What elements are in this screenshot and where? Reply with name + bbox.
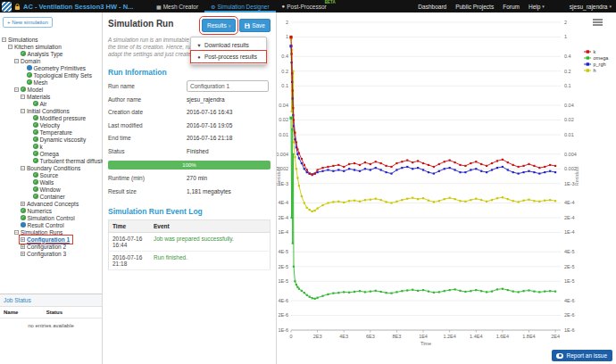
info-label: Status bbox=[108, 148, 187, 154]
tree-item-boundary-conditions[interactable]: −Boundary Conditions bbox=[0, 164, 102, 171]
tree-item-walls[interactable]: ✓Walls bbox=[0, 178, 102, 186]
legend-item-k[interactable]: k bbox=[584, 49, 596, 54]
lock-icon bbox=[14, 3, 21, 11]
tree-item-configuration-1[interactable]: +Configuration 1 bbox=[0, 236, 102, 243]
svg-text:2E4: 2E4 bbox=[551, 334, 560, 339]
nav-sjesu-rajendra[interactable]: sjesu_rajendra▾ bbox=[570, 4, 612, 10]
expander-icon[interactable]: − bbox=[21, 166, 25, 170]
legend-item-h[interactable]: h bbox=[584, 68, 596, 73]
tree-item-air[interactable]: ✓Air bbox=[0, 100, 102, 107]
app-logo-icon[interactable] bbox=[2, 2, 12, 12]
tree-item-modified-pressure[interactable]: ✓Modified pressure bbox=[0, 114, 102, 121]
tree-item-label: Air bbox=[40, 101, 47, 107]
tree-item-label: Simulation Runs bbox=[21, 229, 62, 236]
results-button[interactable]: Results ▾ bbox=[202, 19, 236, 32]
tree-item-velocity[interactable]: ✓Velocity bbox=[0, 121, 102, 128]
expander-icon[interactable]: − bbox=[2, 37, 6, 42]
tree-item-source[interactable]: ✓Source bbox=[0, 171, 102, 178]
report-issue-button[interactable]: Report an issue bbox=[552, 350, 612, 361]
chart-menu-icon[interactable] bbox=[593, 19, 603, 27]
new-simulation-button[interactable]: + New simulation bbox=[3, 17, 53, 28]
expander-icon[interactable]: − bbox=[14, 230, 19, 235]
tab-simulation-designer[interactable]: ⚙Simulation Designer bbox=[204, 0, 276, 12]
tree-item-dynamic-viscosity[interactable]: ✓Dynamic viscosity bbox=[0, 136, 102, 143]
expander-icon[interactable]: + bbox=[21, 244, 25, 249]
circle-icon: ● bbox=[196, 54, 202, 60]
nav-label: Public Projects bbox=[455, 4, 494, 10]
expander-icon[interactable]: − bbox=[8, 45, 12, 49]
tab-mesh-creator[interactable]: ▦Mesh Creator bbox=[150, 0, 204, 12]
job-status-col-status: Status bbox=[46, 310, 62, 315]
project-title[interactable]: AC - Ventilation Session3 HW - N... bbox=[23, 3, 133, 11]
caret-down-icon: ▾ bbox=[229, 23, 231, 29]
tree-item-simulations[interactable]: −Simulations bbox=[0, 36, 102, 43]
tree-item-domain[interactable]: −Domain bbox=[0, 57, 102, 64]
tree-item-temperature[interactable]: ✓Temperature bbox=[0, 128, 102, 136]
tree-item-omega[interactable]: ✓Omega bbox=[0, 150, 102, 157]
info-value: 270 min bbox=[187, 175, 207, 181]
tree-item-initial-conditions[interactable]: −Initial Conditions bbox=[0, 107, 102, 114]
expander-icon[interactable]: + bbox=[21, 237, 25, 242]
tree-item-model[interactable]: −✓Model bbox=[0, 86, 102, 93]
check-icon: ✓ bbox=[33, 151, 38, 156]
caret-down-icon: ▾ bbox=[542, 4, 545, 9]
svg-text:k: k bbox=[594, 49, 596, 54]
tree-item-label: Turbulent thermal diffusivity bbox=[40, 158, 111, 164]
svg-text:6E3: 6E3 bbox=[366, 334, 375, 339]
tab-post-processor[interactable]: ●Post-ProcessorBETA bbox=[276, 0, 333, 12]
tree-item-turbulent-thermal-diffusivity[interactable]: ✓Turbulent thermal diffusivity bbox=[0, 157, 102, 164]
nav-dashboard[interactable]: Dashboard bbox=[418, 4, 446, 10]
tree-item-mesh[interactable]: ✓Mesh bbox=[0, 79, 102, 86]
tree-item-label: Velocity bbox=[40, 122, 60, 128]
svg-text:1: 1 bbox=[286, 34, 288, 39]
svg-text:4E-4: 4E-4 bbox=[564, 200, 575, 205]
tree-item-simulation-control[interactable]: ✓Simulation Control bbox=[0, 214, 102, 221]
tree-item-analysis-type[interactable]: ✓Analysis Type bbox=[0, 50, 102, 57]
tree-item-window[interactable]: ✓Window bbox=[0, 186, 102, 193]
tree-item-k[interactable]: ✓k bbox=[0, 143, 102, 150]
nav-forum[interactable]: Forum bbox=[503, 4, 520, 10]
event-log-col-event: Event bbox=[150, 219, 271, 232]
tree-item-geometry-primitives[interactable]: Geometry Primitives bbox=[0, 64, 102, 71]
expander-icon[interactable]: − bbox=[14, 87, 19, 92]
nav-public-projects[interactable]: Public Projects bbox=[455, 4, 494, 10]
tree-item-topological-entity-sets[interactable]: ✓Topological Entity Sets bbox=[0, 71, 102, 79]
tree-item-configuration-3[interactable]: +Configuration 3 bbox=[0, 250, 102, 257]
check-icon: ✓ bbox=[33, 186, 38, 192]
legend-item-p_rgh[interactable]: p_rgh bbox=[584, 62, 606, 67]
residuals-chart: 22110.40.40.20.20.10.10.040.040.020.020.… bbox=[277, 12, 616, 364]
expander-icon[interactable]: + bbox=[21, 202, 25, 206]
svg-text:1.6E4: 1.6E4 bbox=[496, 334, 509, 339]
svg-text:1E-6: 1E-6 bbox=[564, 327, 575, 333]
tree-item-configuration-2[interactable]: +Configuration 2 bbox=[0, 243, 102, 250]
menu-item-download-results[interactable]: ▼Download results bbox=[191, 39, 266, 51]
save-button[interactable]: Save bbox=[239, 19, 271, 32]
info-row-author-name: Author namesjesu_rajendra bbox=[108, 93, 271, 106]
tree-item-numerics[interactable]: ✓Numerics bbox=[0, 207, 102, 214]
tree-item-kitchen-simulation[interactable]: −Kitchen simulation bbox=[0, 43, 102, 50]
tree-item-container[interactable]: ✓Container bbox=[0, 193, 102, 200]
expander-icon[interactable]: − bbox=[21, 109, 25, 113]
expander-icon[interactable]: − bbox=[14, 59, 19, 63]
nav-help[interactable]: Help▾ bbox=[529, 4, 545, 10]
run-info-heading: Run Information bbox=[108, 68, 271, 77]
tree-item-result-control[interactable]: Result Control bbox=[0, 221, 102, 228]
tree-item-simulation-runs[interactable]: −Simulation Runs bbox=[0, 228, 102, 236]
run-name-input[interactable] bbox=[187, 80, 269, 92]
results-button-label: Results bbox=[207, 22, 227, 29]
check-icon: ✓ bbox=[33, 136, 38, 142]
save-button-label: Save bbox=[252, 22, 265, 29]
menu-item-post-process-results[interactable]: ●Post-process results bbox=[191, 51, 266, 62]
tree-item-advanced-concepts[interactable]: +Advanced Concepts bbox=[0, 200, 102, 207]
tree-item-label: Window bbox=[40, 186, 61, 193]
svg-text:1E-6: 1E-6 bbox=[278, 327, 288, 333]
svg-text:4E3: 4E3 bbox=[339, 334, 348, 339]
info-value: 2016-07-16 21:18 bbox=[187, 135, 232, 141]
expander-icon[interactable]: − bbox=[21, 95, 25, 99]
tree-item-materials[interactable]: −Materials bbox=[0, 93, 102, 100]
svg-text:0.01: 0.01 bbox=[564, 132, 574, 137]
expander-icon[interactable]: + bbox=[21, 252, 25, 256]
results-dropdown-menu: ▼Download results●Post-process results bbox=[190, 37, 267, 65]
legend-item-omega[interactable]: omega bbox=[584, 55, 609, 61]
tab-label: Post-Processor bbox=[287, 4, 326, 10]
